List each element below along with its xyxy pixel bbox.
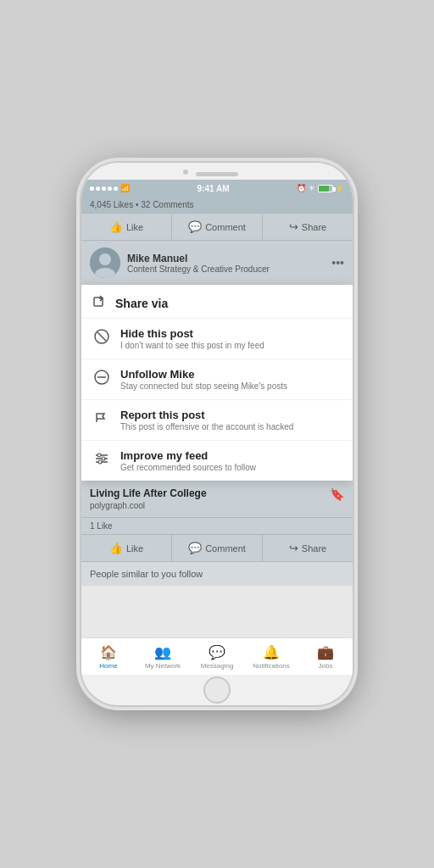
article-comment-icon: 💬	[188, 542, 202, 554]
user-name: Mike Manuel	[127, 253, 325, 264]
nav-notifications-label: Notifications	[253, 662, 290, 670]
report-text: Report this post This post is offensive …	[120, 409, 341, 431]
hide-post-subtitle: I don't want to see this post in my feed	[120, 341, 341, 350]
user-title: Content Strategy & Creative Producer	[127, 264, 325, 274]
wifi-icon: 📶	[120, 184, 130, 192]
status-time: 9:41 AM	[198, 184, 230, 193]
unfollow-menu-item[interactable]: Unfollow Mike Stay connected but stop se…	[81, 359, 353, 400]
share-label: Share	[302, 222, 326, 232]
alarm-icon: ⏰	[297, 184, 306, 192]
nav-home-label: Home	[99, 662, 117, 670]
article-like-button[interactable]: 👍 Like	[81, 535, 172, 561]
unfollow-subtitle: Stay connected but stop seeing Mike's po…	[120, 381, 341, 391]
svg-point-13	[102, 457, 105, 460]
like-label: Like	[126, 222, 143, 232]
share-button[interactable]: ↪ Share	[263, 214, 353, 240]
article-card[interactable]: Living Life After College polygraph.cool…	[81, 481, 353, 517]
improve-feed-text: Improve my feed Get recommended sources …	[120, 449, 341, 472]
likes-count: 4,045 Likes	[90, 200, 133, 209]
hide-post-title: Hide this post	[120, 327, 341, 340]
article-like-label: Like	[126, 543, 143, 554]
notifications-icon: 🔔	[263, 644, 280, 660]
article-likes-row: 1 Like	[81, 517, 353, 534]
bottom-nav: 🏠 Home 👥 My Network 💬 Messaging 🔔 Notifi…	[81, 637, 353, 675]
unfollow-title: Unfollow Mike	[120, 368, 341, 381]
separator: •	[136, 200, 139, 209]
article-share-label: Share	[302, 543, 326, 554]
phone-frame: 📶 9:41 AM ⏰ ✳ ⚡ 4,045 Likes • 32 Comment…	[81, 163, 353, 705]
status-left: 📶	[90, 184, 130, 192]
improve-feed-title: Improve my feed	[120, 449, 341, 462]
battery-icon	[318, 185, 333, 192]
comment-label: Comment	[205, 222, 246, 232]
nav-jobs[interactable]: 💼 Jobs	[298, 638, 353, 675]
post-action-bar: 👍 Like 💬 Comment ↪ Share	[81, 213, 353, 241]
report-subtitle: This post is offensive or the account is…	[120, 422, 341, 431]
nav-notifications[interactable]: 🔔 Notifications	[244, 638, 298, 675]
nav-messaging[interactable]: 💬 Messaging	[190, 638, 244, 675]
dropdown-menu: Share via Hide this post I don't want to…	[81, 285, 353, 481]
svg-point-14	[98, 460, 102, 464]
article-likes: 1 Like	[90, 521, 113, 531]
share-icon: ↪	[289, 220, 298, 233]
article-info: Living Life After College polygraph.cool	[90, 487, 207, 510]
jobs-icon: 💼	[317, 644, 334, 660]
unfollow-text: Unfollow Mike Stay connected but stop se…	[120, 368, 341, 391]
report-title: Report this post	[120, 409, 341, 421]
report-post-menu-item[interactable]: Report this post This post is offensive …	[81, 400, 353, 441]
report-icon	[93, 409, 110, 426]
svg-point-1	[99, 253, 111, 265]
hide-post-menu-item[interactable]: Hide this post I don't want to see this …	[81, 319, 353, 359]
camera	[183, 170, 188, 175]
article-action-bar: 👍 Like 💬 Comment ↪ Share	[81, 534, 353, 562]
bluetooth-icon: ✳	[309, 184, 315, 192]
nav-messaging-label: Messaging	[201, 662, 234, 670]
like-icon: 👍	[109, 220, 123, 233]
like-button[interactable]: 👍 Like	[81, 214, 172, 240]
article-share-button[interactable]: ↪ Share	[263, 535, 353, 561]
suggestions-text: People similar to you follow	[90, 569, 203, 579]
unfollow-icon	[93, 369, 110, 386]
more-options-icon[interactable]: •••	[331, 256, 344, 270]
share-via-icon	[93, 295, 107, 311]
comment-icon: 💬	[188, 220, 202, 233]
home-button[interactable]	[203, 676, 231, 704]
phone-screen: 📶 9:41 AM ⏰ ✳ ⚡ 4,045 Likes • 32 Comment…	[81, 180, 353, 675]
bookmark-icon[interactable]: 🔖	[330, 487, 344, 501]
nav-jobs-label: Jobs	[319, 662, 333, 670]
messaging-icon: 💬	[209, 644, 225, 660]
home-icon: 🏠	[100, 644, 117, 660]
comment-button[interactable]: 💬 Comment	[172, 214, 263, 240]
improve-feed-subtitle: Get recommended sources to follow	[120, 463, 341, 472]
improve-feed-icon	[93, 450, 110, 467]
nav-network-label: My Network	[145, 662, 181, 670]
post-user-row: Mike Manuel Content Strategy & Creative …	[81, 241, 353, 285]
post-meta: 4,045 Likes • 32 Comments	[81, 197, 353, 213]
article-comment-label: Comment	[205, 543, 246, 554]
phone-top	[81, 163, 353, 180]
menu-share-header[interactable]: Share via	[81, 285, 353, 319]
charging-icon: ⚡	[336, 185, 344, 192]
article-share-icon: ↪	[289, 542, 298, 554]
article-comment-button[interactable]: 💬 Comment	[172, 535, 263, 561]
speaker	[196, 172, 238, 176]
hide-post-icon	[93, 328, 110, 345]
share-via-label: Share via	[115, 297, 168, 310]
phone-bottom	[81, 675, 353, 705]
feed-content: 4,045 Likes • 32 Comments 👍 Like 💬 Comme…	[81, 197, 353, 637]
article-top: Living Life After College polygraph.cool…	[90, 487, 344, 510]
comments-count: 32 Comments	[141, 200, 193, 209]
improve-feed-menu-item[interactable]: Improve my feed Get recommended sources …	[81, 441, 353, 481]
status-right: ⏰ ✳ ⚡	[297, 184, 344, 192]
nav-network[interactable]: 👥 My Network	[136, 638, 190, 675]
article-title: Living Life After College	[90, 487, 207, 499]
article-source: polygraph.cool	[90, 501, 207, 510]
network-icon: 👥	[154, 644, 171, 660]
avatar	[90, 248, 120, 278]
svg-point-12	[97, 453, 101, 457]
nav-home[interactable]: 🏠 Home	[81, 638, 136, 675]
user-info: Mike Manuel Content Strategy & Creative …	[127, 253, 325, 274]
suggestions-bar: People similar to you follow	[81, 562, 353, 586]
hide-post-text: Hide this post I don't want to see this …	[120, 327, 341, 350]
svg-line-6	[97, 332, 106, 341]
